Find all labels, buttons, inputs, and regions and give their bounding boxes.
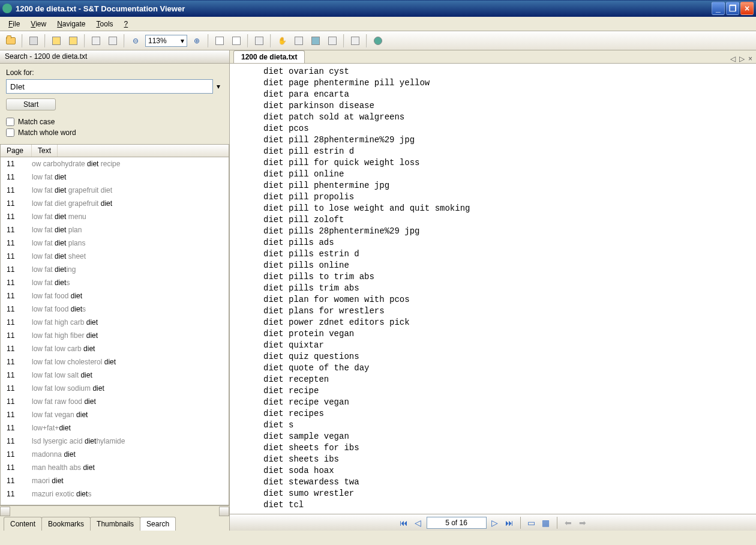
page-input[interactable] [427, 517, 487, 529]
search-result-row[interactable]: 11low+fat+diet [1, 421, 229, 435]
zoom-in-button[interactable]: ⊕ [190, 34, 204, 48]
search-result-row[interactable]: 11low fat diet sheet [1, 250, 229, 263]
search-result-row[interactable]: 11maori diet [1, 474, 229, 487]
search-result-row[interactable]: 11low fat high carb diet [1, 316, 229, 329]
result-page: 11 [7, 343, 32, 354]
tab-bookmarks[interactable]: Bookmarks [41, 517, 91, 531]
search-result-row[interactable]: 11low fat vegan diet [1, 408, 229, 421]
nav-forward-button[interactable]: ➡ [577, 517, 589, 529]
document-content[interactable]: diet ovarian cyst diet page phentermine … [230, 64, 756, 514]
match-case-label: Match case [18, 118, 55, 126]
menu-navigate[interactable]: Navigate [52, 18, 90, 30]
search-result-row[interactable]: 11low fat diets [1, 276, 229, 289]
result-page: 11 [7, 462, 32, 473]
zoom-input[interactable]: 113%▾ [145, 35, 187, 47]
last-page-button[interactable]: ⏭ [503, 517, 515, 529]
tab-close-icon[interactable]: × [748, 55, 752, 63]
result-text: low fat diet [32, 172, 223, 182]
search-result-row[interactable]: 11madonna diet [1, 448, 229, 461]
single-page-button[interactable] [212, 34, 227, 48]
col-text[interactable]: Text [32, 145, 58, 157]
sidebar-title: Search - 1200 de dieta.txt [0, 50, 229, 64]
select-image-button[interactable] [308, 34, 323, 48]
match-whole-word-checkbox[interactable] [6, 128, 14, 137]
result-page: 11 [7, 211, 32, 222]
highlight-clear-button[interactable] [66, 34, 80, 48]
hand-tool-button[interactable]: ✋ [275, 34, 289, 48]
scroll-right-icon[interactable] [219, 507, 229, 516]
search-result-row[interactable]: 11low fat low carb diet [1, 342, 229, 355]
search-result-row[interactable]: 11ow carbohydrate diet recipe [1, 157, 229, 170]
results-hscroll[interactable] [0, 505, 229, 516]
search-result-row[interactable]: 11low fat food diet [1, 289, 229, 303]
search-result-row[interactable]: 11low fat diet plans [1, 236, 229, 250]
print-button[interactable] [26, 34, 41, 48]
highlight-button[interactable] [49, 34, 64, 48]
two-page-button[interactable] [348, 34, 362, 48]
content-panel: 1200 de dieta.txt ◁ ▷ × diet ovarian cys… [230, 50, 756, 531]
search-result-row[interactable]: 11man health abs diet [1, 461, 229, 474]
first-page-button[interactable]: ⏮ [398, 517, 410, 529]
minimize-button[interactable]: _ [712, 2, 725, 15]
search-result-row[interactable]: 11mazuri exotic diets [1, 487, 229, 501]
result-text: low fat dieting [32, 264, 223, 275]
menu-bar: File View Navigate Tools ? [0, 17, 756, 31]
search-dropdown-icon[interactable]: ▾ [212, 80, 223, 93]
search-result-row[interactable]: 11low fat diet plan [1, 223, 229, 236]
search-result-row[interactable]: 11low fat dieting [1, 263, 229, 276]
open-button[interactable] [4, 34, 18, 48]
single-page-view-button[interactable]: ▭ [526, 517, 538, 529]
tab-search[interactable]: Search [140, 517, 176, 531]
tab-next-icon[interactable]: ▷ [739, 55, 745, 63]
match-case-checkbox[interactable] [6, 118, 14, 126]
search-result-row[interactable]: 11low fat low salt diet [1, 369, 229, 382]
prev-page-button[interactable]: ◁ [412, 517, 424, 529]
start-button[interactable]: Start [6, 98, 56, 110]
search-result-row[interactable]: 11low fat low cholesterol diet [1, 355, 229, 369]
result-page: 11 [7, 291, 32, 301]
result-page: 11 [7, 436, 32, 447]
search-result-row[interactable]: 11low fat diet grapefruit diet [1, 184, 229, 197]
zoom-out-button[interactable]: ⊖ [128, 34, 143, 48]
search-result-row[interactable]: 11low fat diet grapefruit diet [1, 197, 229, 210]
menu-tools[interactable]: Tools [92, 18, 118, 30]
search-result-row[interactable]: 11low fat low sodium diet [1, 382, 229, 395]
multi-page-view-button[interactable]: ▦ [540, 517, 552, 529]
search-result-row[interactable]: 11low fat diet menu [1, 210, 229, 223]
result-page: 11 [7, 475, 32, 486]
search-result-row[interactable]: 11low fat food diets [1, 303, 229, 316]
result-page: 11 [7, 330, 32, 341]
menu-view[interactable]: View [26, 18, 51, 30]
result-page: 11 [7, 238, 32, 248]
nav-back-button[interactable]: ⬅ [562, 517, 574, 529]
tab-prev-icon[interactable]: ◁ [730, 55, 736, 63]
find-button[interactable] [252, 34, 266, 48]
tab-content[interactable]: Content [4, 517, 42, 531]
search-result-row[interactable]: 11low fat raw food diet [1, 395, 229, 408]
search-input[interactable] [6, 79, 213, 94]
menu-file[interactable]: File [4, 18, 25, 30]
result-page: 11 [7, 224, 32, 235]
col-page[interactable]: Page [1, 145, 32, 157]
result-text: low fat low cholesterol diet [32, 357, 223, 367]
copy-alt-button[interactable] [106, 34, 120, 48]
close-button[interactable]: × [740, 2, 754, 15]
tab-thumbnails[interactable]: Thumbnails [90, 517, 140, 531]
scroll-left-icon[interactable] [0, 507, 10, 516]
results-list[interactable]: 11ow carbohydrate diet recipe11low fat d… [0, 157, 229, 505]
search-result-row[interactable]: 11low fat high fiber diet [1, 329, 229, 342]
search-result-row[interactable]: 11lsd lysergic acid diethylamide [1, 435, 229, 448]
maximize-button[interactable]: ❐ [726, 2, 739, 15]
select-text-button[interactable] [292, 34, 306, 48]
result-text: low fat food diet [32, 291, 223, 301]
help-button[interactable] [371, 34, 385, 48]
document-tab[interactable]: 1200 de dieta.txt [233, 50, 305, 63]
copy-button[interactable] [89, 34, 103, 48]
next-page-button[interactable]: ▷ [489, 517, 501, 529]
rotate-button[interactable] [325, 34, 340, 48]
search-result-row[interactable]: 11low fat diet [1, 170, 229, 184]
result-text: low fat diet sheet [32, 251, 223, 262]
menu-help[interactable]: ? [119, 18, 133, 30]
continuous-page-button[interactable] [229, 34, 244, 48]
page-nav-bar: ⏮ ◁ ▷ ⏭ ▭ ▦ ⬅ ➡ [230, 514, 756, 531]
